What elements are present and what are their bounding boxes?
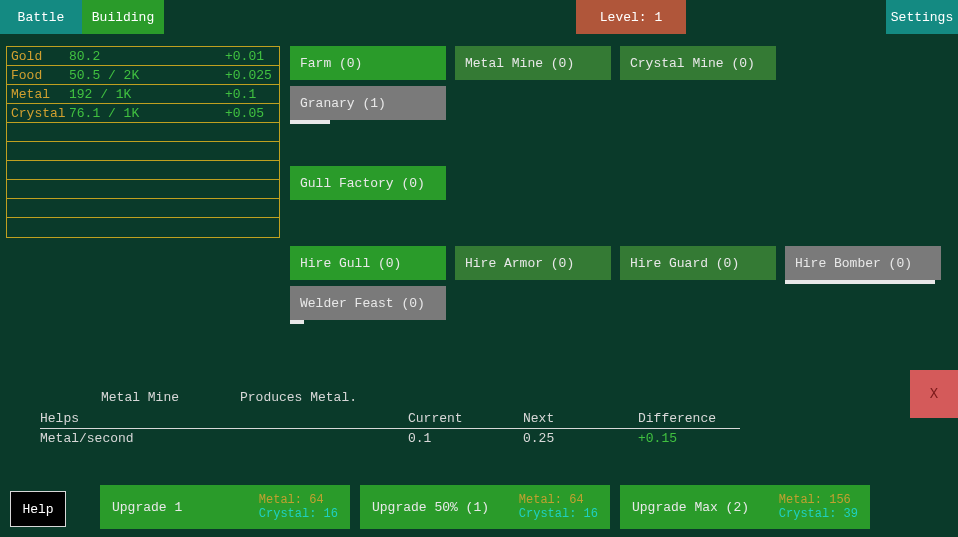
resource-value: 80.2 [69, 49, 225, 64]
detail-desc: Produces Metal. [240, 390, 357, 405]
resource-value: 192 / 1K [69, 87, 225, 102]
building-farm[interactable]: Farm (0) [290, 46, 446, 80]
resource-row: Metal 192 / 1K +0.1 [7, 85, 279, 104]
upgrade-label: Upgrade 1 [112, 500, 259, 515]
progress-bar [290, 320, 304, 324]
resource-label: Metal [11, 87, 69, 102]
building-hire-guard[interactable]: Hire Guard (0) [620, 246, 776, 280]
building-metal-mine[interactable]: Metal Mine (0) [455, 46, 611, 80]
progress-bar [785, 280, 935, 284]
tab-battle[interactable]: Battle [0, 0, 82, 34]
building-hire-bomber[interactable]: Hire Bomber (0) [785, 246, 941, 280]
building-label: Hire Bomber (0) [795, 256, 912, 271]
building-granary[interactable]: Granary (1) [290, 86, 446, 120]
detail-diff: +0.15 [638, 431, 738, 446]
upgrade-cost-metal: Metal: 64 [519, 493, 598, 507]
building-welder-feast[interactable]: Welder Feast (0) [290, 286, 446, 320]
resource-row-empty [7, 199, 279, 218]
building-gull-factory[interactable]: Gull Factory (0) [290, 166, 446, 200]
upgrade-cost-crystal: Crystal: 16 [259, 507, 338, 521]
close-button[interactable]: X [910, 370, 958, 418]
detail-rule [40, 428, 740, 429]
upgrade-label: Upgrade Max (2) [632, 500, 779, 515]
resource-rate: +0.025 [225, 68, 275, 83]
upgrade-label: Upgrade 50% (1) [372, 500, 519, 515]
building-label: Granary (1) [300, 96, 386, 111]
upgrade-50-button[interactable]: Upgrade 50% (1) Metal: 64 Crystal: 16 [360, 485, 610, 529]
resource-row-empty [7, 142, 279, 161]
resource-rate: +0.1 [225, 87, 275, 102]
resource-label: Food [11, 68, 69, 83]
progress-bar [290, 120, 330, 124]
upgrade-cost-metal: Metal: 156 [779, 493, 858, 507]
detail-current: 0.1 [408, 431, 523, 446]
building-label: Welder Feast (0) [300, 296, 425, 311]
resource-row-empty [7, 218, 279, 237]
resource-value: 50.5 / 2K [69, 68, 225, 83]
resource-row-empty [7, 123, 279, 142]
resource-row: Gold 80.2 +0.01 [7, 47, 279, 66]
detail-header-current: Current [408, 411, 523, 426]
resource-row-empty [7, 161, 279, 180]
resource-label: Crystal [11, 106, 69, 121]
tab-building[interactable]: Building [82, 0, 164, 34]
resource-row-empty [7, 180, 279, 199]
resource-row: Crystal 76.1 / 1K +0.05 [7, 104, 279, 123]
resource-label: Gold [11, 49, 69, 64]
detail-header-diff: Difference [638, 411, 738, 426]
detail-row-label: Metal/second [40, 431, 408, 446]
building-hire-armor[interactable]: Hire Armor (0) [455, 246, 611, 280]
upgrade-cost-crystal: Crystal: 39 [779, 507, 858, 521]
building-crystal-mine[interactable]: Crystal Mine (0) [620, 46, 776, 80]
resource-rate: +0.01 [225, 49, 275, 64]
upgrade-row: Upgrade 1 Metal: 64 Crystal: 16 Upgrade … [100, 485, 870, 529]
detail-next: 0.25 [523, 431, 638, 446]
detail-pane: Metal Mine Produces Metal. Helps Current… [40, 390, 740, 446]
level-badge: Level: 1 [576, 0, 686, 34]
resource-row: Food 50.5 / 2K +0.025 [7, 66, 279, 85]
help-button[interactable]: Help [10, 491, 66, 527]
upgrade-cost-crystal: Crystal: 16 [519, 507, 598, 521]
upgrade-max-button[interactable]: Upgrade Max (2) Metal: 156 Crystal: 39 [620, 485, 870, 529]
upgrade-cost-metal: Metal: 64 [259, 493, 338, 507]
upgrade-1-button[interactable]: Upgrade 1 Metal: 64 Crystal: 16 [100, 485, 350, 529]
resource-value: 76.1 / 1K [69, 106, 225, 121]
detail-helps-label: Helps [40, 411, 408, 426]
settings-button[interactable]: Settings [886, 0, 958, 34]
detail-name: Metal Mine [40, 390, 240, 405]
resource-panel: Gold 80.2 +0.01 Food 50.5 / 2K +0.025 Me… [6, 46, 280, 238]
building-hire-gull[interactable]: Hire Gull (0) [290, 246, 446, 280]
resource-rate: +0.05 [225, 106, 275, 121]
detail-header-next: Next [523, 411, 638, 426]
